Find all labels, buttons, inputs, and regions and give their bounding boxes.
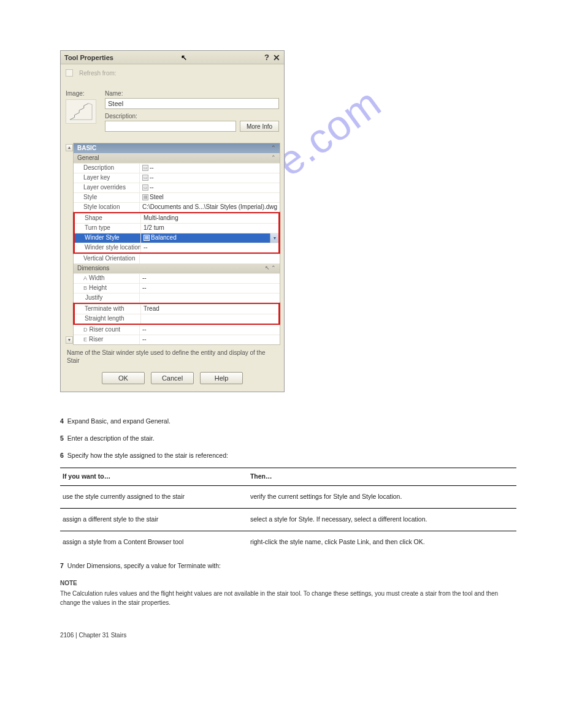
cancel-button[interactable]: Cancel — [151, 372, 194, 384]
style-icon: ▤ — [144, 235, 150, 241]
prop-row: Straight length — [75, 314, 278, 324]
refresh-checkbox[interactable] — [66, 69, 73, 77]
winder-style-dropdown[interactable]: ▤Balanced▾ — [141, 233, 278, 243]
prop-row: BHeight-- — [74, 283, 280, 293]
style-icon: ▤ — [142, 194, 148, 200]
scroll-down-icon[interactable]: ▼ — [66, 336, 73, 344]
property-grid: BASIC ⌃ General ⌃ Description▭-- Layer k… — [73, 143, 280, 345]
highlight-box-terminate: Terminate withTread Straight length — [73, 302, 280, 325]
prop-row: Layer overrides▭-- — [74, 183, 280, 192]
tool-properties-dialog: Tool Properties ↖ ? ✕ Refresh from: Imag… — [60, 50, 285, 392]
prop-row: Layer key▭-- — [74, 173, 280, 183]
name-label: Name: — [105, 90, 279, 97]
dialog-titlebar: Tool Properties ↖ ? ✕ — [61, 51, 284, 64]
name-input[interactable] — [105, 98, 279, 109]
prop-row: Vertical Orientation — [74, 254, 280, 264]
instruction-table: If you want to…Then… use the style curre… — [60, 468, 516, 553]
highlight-box-shape: ShapeMulti-landing Turn type1/2 turn Win… — [73, 211, 280, 254]
refresh-label: Refresh from: — [79, 70, 117, 77]
edit-icon: ▭ — [142, 184, 148, 191]
stair-thumbnail — [66, 99, 96, 124]
image-label: Image: — [66, 90, 105, 97]
edit-icon: ▭ — [142, 175, 148, 181]
grid-scrollbar[interactable]: ▲ ▼ — [66, 143, 73, 345]
basic-header[interactable]: BASIC ⌃ — [74, 143, 280, 153]
cursor-icon: ↖ — [181, 53, 187, 62]
prop-row: Style locationC:\Documents and S...\Stai… — [74, 202, 280, 212]
prop-row: Winder Style▤Balanced▾ — [75, 233, 278, 243]
prop-row: Turn type1/2 turn — [75, 223, 278, 233]
refresh-row: Refresh from: — [66, 69, 279, 77]
prop-row: Description▭-- — [74, 163, 280, 173]
notice-title: NOTE — [60, 578, 516, 588]
dialog-title: Tool Properties — [64, 54, 113, 61]
general-header[interactable]: General ⌃ — [74, 153, 280, 163]
prop-row: Winder style location-- — [75, 243, 278, 252]
scroll-up-icon[interactable]: ▲ — [66, 144, 73, 151]
notice-body: The Calculation rules values and the fli… — [60, 589, 516, 607]
edit-icon: ▭ — [142, 165, 148, 171]
document-body: 4Expand Basic, and expand General. 5Ente… — [60, 417, 516, 607]
help-button[interactable]: Help — [200, 372, 243, 384]
chevron-up-icon: ⌃ — [271, 154, 276, 161]
prop-row: Justify — [74, 293, 280, 303]
description-input[interactable] — [105, 121, 236, 132]
help-icon[interactable]: ? — [264, 53, 269, 62]
description-label: Description: — [105, 113, 279, 119]
dimensions-header[interactable]: Dimensions ↖ ⌃ — [74, 264, 280, 273]
prop-row: Terminate withTread — [75, 304, 278, 314]
close-icon[interactable]: ✕ — [273, 53, 280, 63]
prop-row: ERiser-- — [74, 335, 280, 344]
prop-row: DRiser count-- — [74, 325, 280, 335]
help-text: Name of the Stair winder style used to d… — [66, 345, 279, 368]
prop-row: AWidth-- — [74, 273, 280, 283]
page-footer: 2106 | Chapter 31 Stairs — [60, 632, 516, 639]
prop-row: Style▤Steel — [74, 192, 280, 202]
more-info-button[interactable]: More Info — [240, 121, 279, 132]
ok-button[interactable]: OK — [102, 372, 145, 384]
chevron-up-icon: ⌃ — [271, 145, 276, 151]
prop-row: ShapeMulti-landing — [75, 213, 278, 223]
chevron-up-icon: ↖ ⌃ — [265, 265, 277, 271]
chevron-down-icon[interactable]: ▾ — [270, 233, 278, 243]
